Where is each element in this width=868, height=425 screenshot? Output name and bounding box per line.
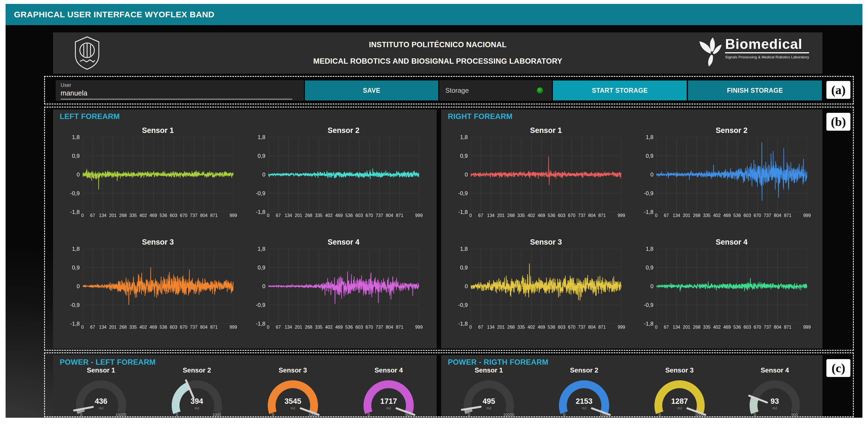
y-axis-labels: 1,80,90-0,9-1,8 — [65, 249, 83, 324]
x-tick-label: 469 — [723, 325, 731, 330]
x-tick-label: 670 — [753, 213, 761, 218]
x-tick-label: 268 — [693, 213, 701, 218]
x-tick-label: 536 — [734, 213, 741, 218]
svg-text:mJ: mJ — [99, 406, 103, 410]
x-tick-label: 603 — [743, 325, 751, 330]
power-gauge: 93mJ0500 — [742, 374, 807, 417]
x-tick-label: 67 — [276, 213, 281, 218]
x-tick-label: 335 — [517, 213, 525, 218]
x-tick-label: 134 — [285, 325, 292, 330]
y-tick-label: 0 — [76, 283, 80, 290]
y-tick-label: -1,8 — [458, 209, 468, 215]
gauge-right-sensor-1: Sensor 1495mJ010000 — [447, 366, 531, 417]
x-tick-label: 804 — [774, 213, 781, 218]
x-tick-label: 67 — [276, 325, 281, 330]
x-axis-labels: 0671342012683354024695366036707378048719… — [83, 324, 234, 331]
x-tick-label: 67 — [478, 213, 483, 218]
user-input[interactable] — [61, 89, 292, 99]
x-tick-label: 670 — [568, 325, 576, 330]
y-tick-label: 1,8 — [646, 134, 654, 141]
x-tick-label: 871 — [598, 325, 606, 330]
x-tick-label: 201 — [683, 325, 690, 330]
svg-text:1287: 1287 — [671, 397, 688, 405]
x-tick-label: 603 — [558, 325, 565, 330]
y-axis-labels: 1,80,90-0,9-1,8 — [250, 137, 268, 212]
svg-text:1000: 1000 — [308, 413, 317, 417]
x-tick-label: 670 — [180, 213, 187, 218]
x-tick-label: 536 — [548, 213, 555, 218]
x-tick-label: 67 — [90, 213, 95, 218]
x-tick-label: 402 — [527, 325, 535, 330]
start-storage-button[interactable]: START STORAGE — [553, 81, 687, 100]
svg-text:0: 0 — [468, 413, 470, 417]
y-tick-label: 0,9 — [72, 153, 80, 159]
power-gauge: 3545mJ01000 — [260, 374, 325, 417]
waveform-plot — [268, 137, 419, 212]
x-tick-label: 999 — [229, 213, 237, 218]
y-axis-labels: 1,80,90-0,9-1,8 — [65, 137, 83, 212]
x-tick-label: 603 — [558, 213, 565, 218]
y-tick-label: 1,8 — [460, 134, 468, 141]
laboratory-title: MEDICAL ROBOTICS AND BIOSIGNAL PROCESSIN… — [313, 57, 562, 66]
x-tick-label: 268 — [693, 325, 701, 330]
gauge-left-sensor-1: Sensor 1436mJ010000 — [59, 366, 143, 417]
svg-text:mJ: mJ — [487, 406, 491, 410]
svg-text:495: 495 — [483, 397, 495, 405]
svg-text:500: 500 — [405, 413, 412, 417]
finish-storage-button[interactable]: FINISH STORAGE — [688, 81, 822, 100]
x-tick-label: 67 — [664, 213, 669, 218]
biomedical-subtitle: Signals Processing & Medical Robotics La… — [725, 55, 809, 59]
user-field[interactable]: User — [56, 81, 304, 100]
x-tick-label: 603 — [170, 213, 177, 218]
gauge-title: Sensor 4 — [375, 366, 403, 374]
x-tick-label: 999 — [618, 325, 625, 330]
x-tick-label: 268 — [305, 325, 312, 330]
y-axis-labels: 1,80,90-0,9-1,8 — [639, 249, 656, 324]
x-tick-label: 871 — [210, 213, 218, 218]
power-left-gauges: Sensor 1436mJ010000 Sensor 2394mJ01000 S… — [53, 366, 437, 417]
x-tick-label: 670 — [366, 213, 373, 218]
y-tick-label: -1,8 — [458, 321, 468, 327]
x-tick-label: 871 — [396, 325, 403, 330]
x-tick-label: 871 — [396, 213, 403, 218]
x-tick-label: 469 — [335, 213, 343, 218]
x-tick-label: 737 — [578, 213, 586, 218]
save-button[interactable]: SAVE — [305, 81, 438, 100]
x-tick-label: 871 — [598, 213, 606, 218]
x-tick-label: 134 — [673, 213, 680, 218]
y-tick-label: 1,8 — [72, 246, 80, 252]
y-tick-label: 0,9 — [646, 265, 654, 271]
x-tick-label: 201 — [109, 325, 117, 330]
section-label-c: (c) — [827, 359, 850, 377]
gauge-title: Sensor 3 — [279, 366, 307, 374]
y-tick-label: 1,8 — [646, 246, 654, 252]
svg-text:3545: 3545 — [284, 397, 301, 405]
x-tick-label: 335 — [129, 213, 137, 218]
svg-text:394: 394 — [191, 397, 203, 405]
power-gauge: 436mJ010000 — [69, 374, 133, 417]
x-tick-label: 335 — [315, 213, 322, 218]
svg-text:1000: 1000 — [213, 413, 221, 417]
left-forearm-charts: Sensor 11,80,90-0,9-1,806713420126833540… — [60, 126, 423, 330]
x-tick-label: 402 — [139, 213, 147, 218]
x-tick-label: 268 — [119, 325, 127, 330]
gauge-title: Sensor 2 — [570, 366, 598, 374]
y-tick-label: -1,8 — [256, 321, 265, 327]
waveform-plot — [268, 249, 419, 324]
y-tick-label: 0,9 — [258, 265, 266, 271]
figure-page: GRAPHICAL USER INTERFACE WYOFLEX BAND IN… — [0, 0, 868, 425]
x-tick-label: 402 — [713, 325, 721, 330]
svg-text:436: 436 — [95, 397, 107, 405]
gauge-title: Sensor 4 — [761, 366, 789, 374]
y-tick-label: -1,8 — [70, 209, 80, 215]
svg-text:10000: 10000 — [503, 413, 514, 417]
x-tick-label: 201 — [295, 325, 302, 330]
app-window: GRAPHICAL USER INTERFACE WYOFLEX BAND IN… — [6, 4, 862, 418]
power-gauge: 394mJ01000 — [164, 374, 229, 417]
y-tick-label: 1,8 — [460, 246, 468, 252]
sensor-chart-title: Sensor 2 — [656, 126, 807, 135]
svg-text:1000: 1000 — [695, 413, 704, 417]
x-tick-label: 871 — [784, 325, 792, 330]
y-tick-label: 0 — [262, 172, 265, 178]
y-tick-label: 1,8 — [72, 134, 80, 141]
